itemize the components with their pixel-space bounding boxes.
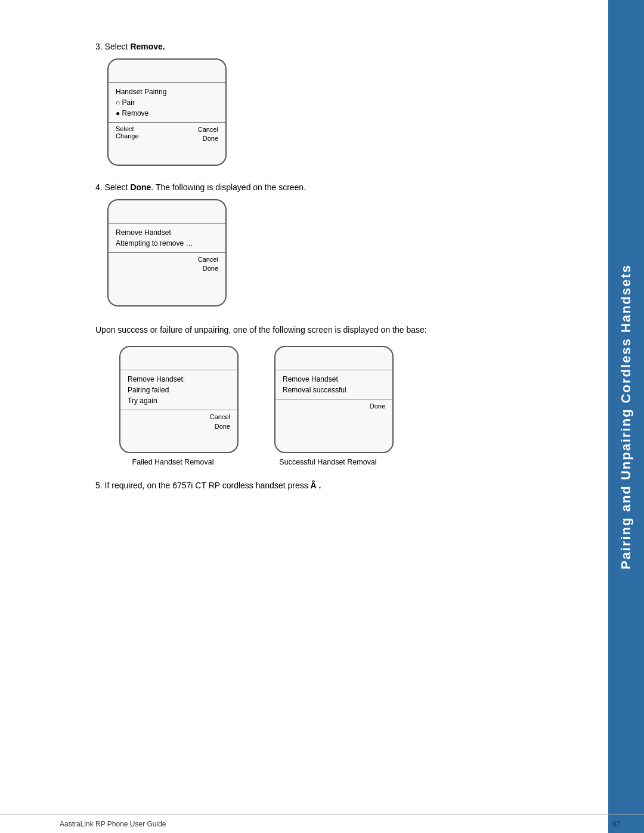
phones-row: Remove Handset: Pairing failed Try again… <box>107 346 578 466</box>
screen-top-space <box>109 64 225 82</box>
step-5: 5. If required, on the 6757i CT RP cordl… <box>95 481 578 490</box>
softkey4-2: Done <box>198 264 218 273</box>
step5-symbol: Â . <box>311 481 321 490</box>
sidebar-label: Pairing and Unpairing Cordless Handsets <box>618 264 634 569</box>
step4-suffix: . The following is displayed on the scre… <box>151 182 306 192</box>
footer: AastraLink RP Phone User Guide 97 <box>0 815 644 833</box>
failed-removal-wrapper: Remove Handset: Pairing failed Try again… <box>107 346 239 466</box>
sidebar-title: Pairing and Unpairing Cordless Handsets <box>608 0 644 833</box>
screen-success: Remove Handset Removal successful Done <box>274 346 394 453</box>
footer-right: 97 <box>612 820 620 828</box>
failed-line3: Try again <box>128 395 230 406</box>
screen-top-failed <box>120 352 237 370</box>
failed-sk1: Cancel <box>210 413 230 422</box>
success-caption: Successful Handset Removal <box>268 458 388 466</box>
softkey3-2: Change <box>116 132 139 140</box>
softkey4-1: Cancel <box>198 255 218 264</box>
success-line2: Removal successful <box>283 385 385 395</box>
step5-text: If required, on the 6757i CT RP cordless… <box>105 481 308 490</box>
screen-line1-3: Handset Pairing <box>116 86 218 97</box>
step5-number: 5. <box>95 481 103 490</box>
screen-line1-4: Remove Handset <box>116 227 218 238</box>
screen-failed: Remove Handset: Pairing failed Try again… <box>119 346 239 453</box>
step3-screen: Handset Pairing Pair Remove Select Chang… <box>107 58 227 166</box>
screen-line3-3: Remove <box>116 108 218 119</box>
softkey3-1: Select <box>116 125 139 132</box>
softkey3-4: Done <box>198 134 218 143</box>
failed-sk2: Done <box>210 422 230 431</box>
description-text: Upon success or failure of unpairing, on… <box>95 323 578 336</box>
failed-line1: Remove Handset: <box>128 374 230 385</box>
screen-top-space-4 <box>109 205 225 223</box>
screen-content-3: Handset Pairing Pair Remove <box>109 83 225 122</box>
footer-left: AastraLink RP Phone User Guide <box>60 820 166 828</box>
failed-line2: Pairing failed <box>128 385 230 395</box>
screen-content-failed: Remove Handset: Pairing failed Try again <box>120 370 237 410</box>
success-line1: Remove Handset <box>283 374 385 385</box>
screen-line2-3: Pair <box>116 97 218 108</box>
success-sk1: Done <box>370 402 385 411</box>
step-3: 3. Select Remove. Handset Pairing Pair R… <box>95 42 578 166</box>
screen-softkeys-failed: Cancel Done <box>120 410 237 435</box>
screen-softkeys-3: Select Change Cancel Done <box>109 123 225 147</box>
step3-bold: Remove. <box>130 42 165 51</box>
screen-content-4: Remove Handset Attempting to remove … <box>109 224 225 252</box>
softkey3-3: Cancel <box>198 125 218 134</box>
step-4: 4. Select Done. The following is display… <box>95 182 578 306</box>
page-container: Pairing and Unpairing Cordless Handsets … <box>0 0 644 833</box>
main-content: 3. Select Remove. Handset Pairing Pair R… <box>36 24 602 508</box>
step3-label: 3. Select Remove. <box>95 42 578 51</box>
screen-line2-4: Attempting to remove … <box>116 238 218 249</box>
screen-top-success <box>275 352 392 370</box>
failed-caption: Failed Handset Removal <box>113 458 233 466</box>
screen-content-success: Remove Handset Removal successful <box>275 370 392 399</box>
step4-screen: Remove Handset Attempting to remove … Ca… <box>107 199 227 306</box>
step4-bold: Done <box>130 182 151 192</box>
step4-label: 4. Select Done. The following is display… <box>95 182 578 192</box>
success-removal-wrapper: Remove Handset Removal successful Done S… <box>262 346 394 466</box>
screen-softkeys-success: Done <box>275 400 392 414</box>
screen-softkeys-4: Cancel Done <box>109 253 225 277</box>
